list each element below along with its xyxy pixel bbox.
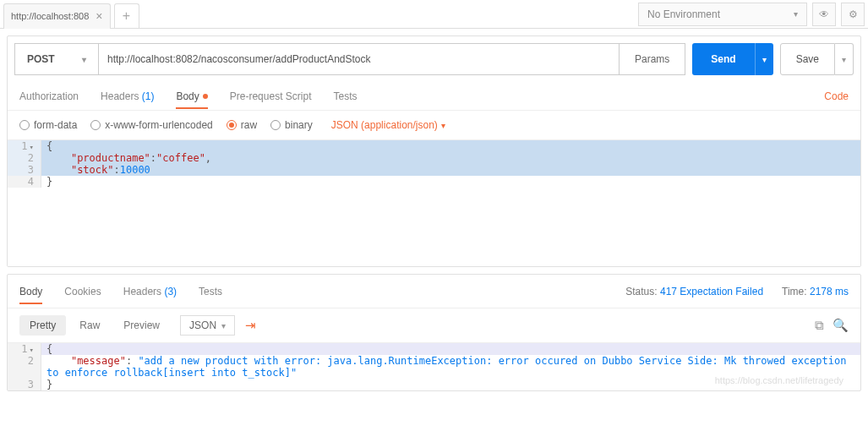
chevron-down-icon: ▾	[794, 9, 798, 19]
line-number: 2	[8, 355, 41, 379]
radio-form-data[interactable]: form-data	[19, 119, 77, 131]
radio-label: binary	[285, 119, 313, 131]
preview-env-button[interactable]: 👁	[812, 3, 836, 26]
gear-icon: ⚙	[849, 8, 858, 20]
code-link[interactable]: Code	[824, 90, 849, 102]
tab-label: Headers	[101, 90, 139, 102]
tool-label: Pretty	[30, 319, 56, 331]
send-button[interactable]: Send	[692, 43, 754, 75]
radio-icon	[90, 120, 101, 130]
close-icon[interactable]: ×	[96, 9, 102, 23]
tab-label: Headers	[123, 286, 161, 297]
request-tab[interactable]: http://localhost:808 ×	[3, 3, 111, 29]
settings-button[interactable]: ⚙	[841, 3, 865, 26]
tab-label: Authorization	[19, 90, 79, 102]
modified-dot-icon	[203, 94, 208, 99]
eye-icon: 👁	[819, 8, 829, 20]
wrap-lines-button[interactable]: ⇥	[245, 318, 256, 333]
resp-tab-cookies[interactable]: Cookies	[64, 279, 101, 304]
chevron-down-icon: ▾	[842, 55, 846, 64]
radio-binary[interactable]: binary	[270, 119, 313, 131]
tool-label: Preview	[123, 319, 160, 331]
status-label: Status:	[625, 286, 657, 297]
request-tab-label: http://localhost:808	[11, 11, 89, 21]
save-button[interactable]: Save	[780, 43, 835, 75]
radio-icon	[270, 120, 281, 130]
time-value: 2178 ms	[810, 286, 849, 297]
tab-body[interactable]: Body	[176, 84, 207, 109]
tab-tests[interactable]: Tests	[333, 84, 357, 109]
content-type-select[interactable]: JSON (application/json)▾	[331, 119, 445, 131]
radio-icon	[227, 120, 237, 130]
method-select[interactable]: POST ▾	[14, 43, 99, 75]
code-line: {	[41, 343, 860, 355]
line-number: 4	[8, 176, 41, 188]
tab-label: Pre-request Script	[230, 90, 312, 102]
view-raw[interactable]: Raw	[69, 315, 110, 336]
chevron-down-icon: ▾	[762, 55, 767, 64]
watermark: https://blog.csdn.net/lifetragedy	[715, 375, 843, 385]
format-label: JSON	[189, 319, 216, 331]
copy-icon: ⧉	[815, 318, 824, 332]
code-line: {	[41, 140, 860, 152]
send-dropdown[interactable]: ▾	[755, 43, 773, 75]
new-tab-button[interactable]: +	[114, 3, 139, 29]
method-label: POST	[27, 53, 55, 65]
tab-label: Cookies	[64, 286, 101, 297]
tab-pre-request[interactable]: Pre-request Script	[230, 84, 312, 109]
radio-label: x-www-form-urlencoded	[105, 119, 212, 131]
radio-label: form-data	[34, 119, 77, 131]
time-label: Time:	[782, 286, 807, 297]
fold-icon: ▾	[30, 143, 34, 151]
chevron-down-icon: ▾	[82, 55, 86, 64]
format-select[interactable]: JSON▾	[180, 315, 235, 336]
view-pretty[interactable]: Pretty	[19, 315, 66, 336]
content-type-label: JSON (application/json)	[331, 119, 438, 131]
tab-headers[interactable]: Headers (1)	[101, 84, 154, 109]
params-button[interactable]: Params	[620, 43, 685, 75]
chevron-down-icon: ▾	[221, 321, 226, 330]
status: Status: 417 Expectation Failed	[625, 286, 763, 297]
code-line: "stock":10000	[41, 164, 860, 176]
tab-label: Tests	[199, 286, 222, 297]
view-preview[interactable]: Preview	[113, 315, 170, 336]
time: Time: 2178 ms	[782, 286, 849, 297]
code-label: Code	[824, 90, 849, 102]
code-line: }	[41, 176, 860, 188]
tab-label: Body	[19, 286, 42, 297]
radio-urlencoded[interactable]: x-www-form-urlencoded	[90, 119, 212, 131]
tool-label: Raw	[79, 319, 100, 331]
params-label: Params	[635, 53, 669, 65]
wrap-icon: ⇥	[245, 318, 256, 332]
search-icon: 🔍	[833, 318, 849, 332]
environment-label: No Environment	[647, 8, 720, 20]
search-button[interactable]: 🔍	[833, 318, 849, 333]
line-number: 1▾	[8, 140, 41, 152]
code-line: "productname":"coffee",	[41, 152, 860, 164]
url-value: http://localhost:8082/nacosconsumer/addP…	[107, 53, 371, 65]
line-number: 3	[8, 164, 41, 176]
tab-authorization[interactable]: Authorization	[19, 84, 79, 109]
send-label: Send	[711, 53, 735, 65]
tab-label: Tests	[333, 90, 357, 102]
request-body-editor[interactable]: 1▾{ 2 "productname":"coffee", 3 "stock":…	[8, 139, 860, 266]
save-label: Save	[796, 53, 819, 65]
headers-count: (1)	[142, 90, 155, 102]
copy-button[interactable]: ⧉	[815, 318, 824, 333]
resp-tab-tests[interactable]: Tests	[199, 279, 222, 304]
resp-tab-headers[interactable]: Headers (3)	[123, 279, 177, 304]
environment-select[interactable]: No Environment ▾	[638, 3, 807, 26]
radio-raw[interactable]: raw	[227, 119, 257, 131]
line-number: 2	[8, 152, 41, 164]
line-number: 1▾	[8, 343, 41, 355]
save-dropdown[interactable]: ▾	[835, 43, 854, 75]
status-value: 417 Expectation Failed	[660, 286, 763, 297]
headers-count: (3)	[164, 286, 177, 297]
radio-label: raw	[241, 119, 257, 131]
fold-icon: ▾	[30, 346, 34, 354]
line-number: 3	[8, 379, 41, 390]
url-input[interactable]: http://localhost:8082/nacosconsumer/addP…	[99, 43, 620, 75]
chevron-down-icon: ▾	[441, 121, 445, 130]
tab-label: Body	[176, 90, 199, 102]
resp-tab-body[interactable]: Body	[19, 279, 42, 304]
